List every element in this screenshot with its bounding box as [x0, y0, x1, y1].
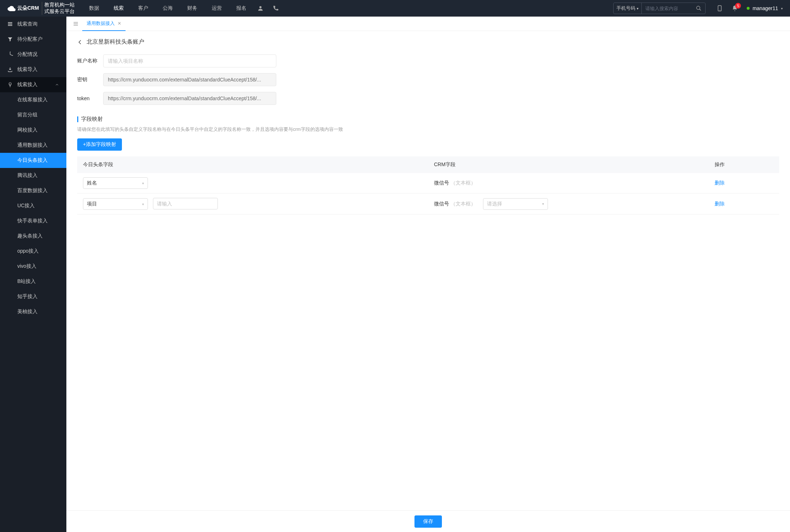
- token-label: token: [77, 96, 103, 101]
- sidebar-sub-message-group[interactable]: 留言分组: [0, 107, 66, 123]
- sidebar-pending-assign[interactable]: 待分配客户: [0, 32, 66, 47]
- logo-main-text: 云朵CRM: [17, 5, 39, 12]
- col-source: 今日头条字段: [77, 156, 428, 173]
- svg-rect-5: [8, 22, 12, 23]
- account-name-label: 账户名称: [77, 58, 103, 64]
- footer-bar: 保存: [66, 510, 790, 532]
- crm-field-name: 微信号: [434, 201, 449, 207]
- user-icon[interactable]: [257, 5, 264, 12]
- svg-point-1: [697, 6, 700, 9]
- delete-button[interactable]: 删除: [715, 201, 725, 207]
- sidebar-sub-oppo[interactable]: oppo接入: [0, 244, 66, 259]
- pie-icon: [7, 52, 13, 57]
- search-button[interactable]: [692, 5, 705, 11]
- chevron-down-icon: ▾: [142, 181, 144, 185]
- section-bar: [77, 116, 78, 122]
- back-icon[interactable]: [77, 39, 83, 45]
- nav-finance[interactable]: 财务: [187, 5, 197, 12]
- chevron-down-icon: ▾: [142, 202, 144, 206]
- sidebar-lead-query[interactable]: 线索查询: [0, 17, 66, 32]
- nav-data[interactable]: 数据: [89, 5, 99, 12]
- tab-close-icon[interactable]: ✕: [118, 21, 121, 26]
- tab-bar: 通用数据接入 ✕: [66, 17, 790, 31]
- secret-label: 密钥: [77, 76, 103, 83]
- svg-point-4: [719, 10, 720, 11]
- col-op: 操作: [709, 156, 779, 173]
- collapse-icon: [73, 21, 79, 27]
- main-area: 通用数据接入 ✕ 北京昱新科技头条账户 账户名称 密钥 token: [66, 17, 790, 532]
- table-row: 项目 ▾ 微信号 （文本框） 请选择: [77, 194, 779, 214]
- source-field-select[interactable]: 姓名 ▾: [83, 177, 148, 189]
- sidebar-sub-tencent[interactable]: 腾讯接入: [0, 168, 66, 183]
- user-menu[interactable]: manager11 ▾: [747, 5, 783, 11]
- status-dot: [747, 7, 750, 10]
- page-content: 北京昱新科技头条账户 账户名称 密钥 token 字段映射 请确保您在此填写的头…: [66, 31, 790, 532]
- sidebar-assign-status[interactable]: 分配情况: [0, 47, 66, 62]
- nav-leads[interactable]: 线索: [114, 5, 124, 12]
- mobile-icon[interactable]: [716, 5, 723, 12]
- mapping-title: 字段映射: [81, 116, 103, 123]
- crm-field-type: （文本框）: [451, 201, 476, 207]
- svg-rect-6: [8, 24, 12, 25]
- source-extra-input[interactable]: [153, 198, 218, 209]
- list-icon: [7, 21, 13, 27]
- sidebar-sub-school[interactable]: 网校接入: [0, 123, 66, 138]
- page-title: 北京昱新科技头条账户: [87, 38, 144, 46]
- search-input[interactable]: [642, 6, 692, 11]
- mapping-desc: 请确保您在此填写的头条自定义字段名称与在今日头条平台中自定义的字段名称一致，并且…: [77, 126, 779, 133]
- account-name-input[interactable]: [103, 54, 276, 67]
- sidebar-sub-kuaishou[interactable]: 快手表单接入: [0, 213, 66, 229]
- sidebar-sub-uc[interactable]: UC接入: [0, 198, 66, 213]
- svg-point-0: [259, 6, 262, 8]
- sidebar-sub-vivo[interactable]: vivo接入: [0, 259, 66, 274]
- tab-generic-data[interactable]: 通用数据接入 ✕: [82, 17, 126, 31]
- chevron-down-icon: ▾: [542, 202, 544, 206]
- sidebar-sub-zhihu[interactable]: 知乎接入: [0, 289, 66, 304]
- delete-button[interactable]: 删除: [715, 180, 725, 186]
- top-nav: 数据 线索 客户 公海 财务 运营 报名: [89, 5, 246, 12]
- username: manager11: [752, 5, 778, 11]
- search-icon: [696, 5, 702, 11]
- add-mapping-button[interactable]: +添加字段映射: [77, 138, 122, 151]
- sidebar-lead-import[interactable]: 线索导入: [0, 62, 66, 77]
- search-box: 手机号码 ▾: [613, 3, 706, 14]
- source-field-select[interactable]: 项目 ▾: [83, 198, 148, 210]
- sidebar-sub-meiyou[interactable]: 美柚接入: [0, 304, 66, 319]
- chevron-down-icon: ▾: [781, 6, 783, 10]
- svg-line-2: [699, 9, 701, 10]
- funnel-icon: [7, 36, 13, 42]
- sidebar-sub-qutoutiao[interactable]: 趣头条接入: [0, 229, 66, 244]
- secret-input[interactable]: [103, 73, 276, 86]
- sidebar-sub-online-service[interactable]: 在线客服接入: [0, 92, 66, 107]
- sidebar: 线索查询 待分配客户 分配情况 线索导入 线索接入 在线客服接入 留言分组 网校…: [0, 17, 66, 532]
- notification-count: 5: [735, 3, 741, 9]
- sidebar-sub-generic[interactable]: 通用数据接入: [0, 138, 66, 153]
- sidebar-sub-toutiao[interactable]: 今日头条接入: [0, 153, 66, 168]
- nav-operation[interactable]: 运营: [212, 5, 222, 12]
- nav-signup[interactable]: 报名: [236, 5, 246, 12]
- chevron-down-icon: ▾: [637, 6, 638, 10]
- svg-rect-7: [8, 25, 12, 26]
- app-header: 云朵CRM 教育机构一站 式服务云平台 数据 线索 客户 公海 财务 运营 报名…: [0, 0, 790, 17]
- sidebar-lead-access[interactable]: 线索接入: [0, 77, 66, 92]
- token-input[interactable]: [103, 92, 276, 105]
- crm-field-name: 微信号: [434, 180, 449, 186]
- notification-bell[interactable]: 5: [732, 5, 738, 12]
- search-type-select[interactable]: 手机号码 ▾: [614, 3, 642, 14]
- nav-customers[interactable]: 客户: [138, 5, 148, 12]
- cloud-icon: [7, 4, 16, 13]
- phone-icon[interactable]: [272, 5, 279, 12]
- logo: 云朵CRM 教育机构一站 式服务云平台: [7, 2, 75, 15]
- plug-icon: [7, 82, 13, 88]
- chevron-up-icon: [55, 83, 59, 87]
- sidebar-sub-bilibili[interactable]: B站接入: [0, 274, 66, 289]
- mapping-table: 今日头条字段 CRM字段 操作 姓名 ▾: [77, 156, 779, 214]
- tabs-collapse-toggle[interactable]: [69, 21, 82, 27]
- nav-public[interactable]: 公海: [163, 5, 173, 12]
- logo-sub1: 教育机构一站: [44, 2, 75, 8]
- col-crm: CRM字段: [428, 156, 709, 173]
- crm-field-type: （文本框）: [451, 180, 476, 186]
- crm-value-select[interactable]: 请选择 ▾: [483, 198, 548, 210]
- sidebar-sub-baidu[interactable]: 百度数据接入: [0, 183, 66, 198]
- save-button[interactable]: 保存: [414, 515, 442, 528]
